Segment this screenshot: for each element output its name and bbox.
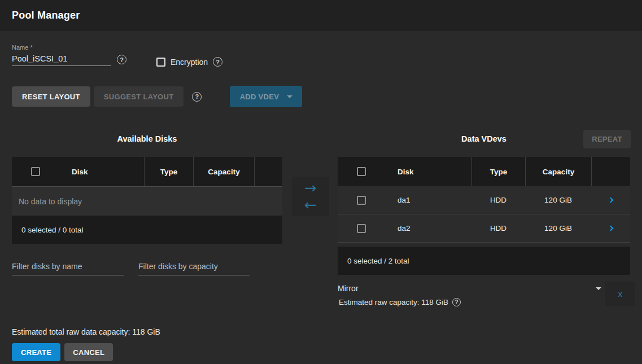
disk-type-cell: HDD: [471, 214, 525, 242]
move-right-arrow-icon[interactable]: →: [304, 180, 317, 196]
move-left-arrow-icon[interactable]: ←: [304, 197, 317, 213]
chevron-right-icon[interactable]: [608, 226, 614, 231]
title-bar: Pool Manager: [0, 0, 642, 31]
available-disks-title: Available Disks: [12, 134, 282, 143]
help-icon[interactable]: ?: [117, 55, 126, 64]
estimated-raw-capacity: Estimated raw capacity: 118 GiB ?: [339, 298, 461, 306]
chevron-down-icon: [596, 287, 601, 290]
column-header-capacity: Capacity: [193, 157, 254, 186]
disk-capacity-cell: 120 GiB: [525, 214, 591, 242]
pool-name-label: Name *: [12, 44, 126, 51]
table-row: da1 HDD 120 GiB: [338, 186, 630, 214]
pool-name-field: Name * ?: [12, 44, 126, 66]
row-checkbox[interactable]: [357, 224, 366, 233]
column-header-disk: Disk: [46, 157, 144, 186]
vdev-table-header: Disk Type Capacity: [338, 157, 630, 186]
vdev-layout-select[interactable]: Mirror: [338, 282, 601, 295]
column-header-type: Type: [471, 157, 525, 186]
disk-filters: [12, 261, 250, 275]
column-header-actions: [591, 157, 630, 186]
chevron-right-icon[interactable]: [608, 198, 614, 203]
suggest-layout-button[interactable]: SUGGEST LAYOUT: [94, 86, 184, 107]
disk-capacity-cell: 120 GiB: [525, 186, 591, 214]
column-header-disk: Disk: [372, 157, 471, 186]
disk-type-cell: HDD: [471, 186, 525, 214]
cancel-button[interactable]: CANCEL: [64, 343, 113, 361]
data-vdevs-table: Disk Type Capacity da1 HDD 120 GiB da2 H…: [338, 157, 630, 275]
estimated-raw-capacity-text: Estimated raw capacity: 118 GiB: [339, 298, 448, 306]
column-header-type: Type: [144, 157, 193, 186]
available-disks-table: Disk Type Capacity No data to display 0 …: [12, 157, 282, 244]
repeat-button[interactable]: REPEAT: [583, 130, 631, 148]
help-icon[interactable]: ?: [213, 57, 222, 67]
disk-transfer-controls: → ←: [292, 177, 329, 216]
add-vdev-label: ADD VDEV: [240, 93, 279, 101]
remove-vdev-button[interactable]: x: [605, 282, 635, 306]
help-icon[interactable]: ?: [452, 298, 461, 306]
reset-layout-button[interactable]: RESET LAYOUT: [12, 86, 90, 107]
chevron-down-icon: [287, 95, 292, 98]
layout-toolbar: RESET LAYOUT SUGGEST LAYOUT ? ADD VDEV: [12, 86, 302, 107]
pool-manager-page: Pool Manager Name * ? Encryption ? RESET…: [0, 0, 642, 364]
page-title: Pool Manager: [12, 10, 80, 21]
disk-name-cell: da2: [372, 214, 471, 242]
column-header-capacity: Capacity: [525, 157, 591, 186]
help-icon[interactable]: ?: [192, 92, 202, 102]
vdev-table-footer: 0 selected / 2 total: [338, 247, 630, 275]
disk-name-cell: da1: [372, 186, 471, 214]
add-vdev-button[interactable]: ADD VDEV: [230, 86, 302, 107]
row-checkbox[interactable]: [357, 196, 366, 205]
encryption-label: Encryption: [171, 58, 208, 67]
encryption-checkbox[interactable]: [156, 58, 165, 67]
select-all-checkbox[interactable]: [357, 167, 366, 176]
estimated-total-capacity: Estimated total raw data capacity: 118 G…: [12, 327, 160, 336]
form-actions: CREATE CANCEL: [12, 343, 113, 361]
select-all-checkbox[interactable]: [31, 167, 40, 176]
available-table-footer: 0 selected / 0 total: [12, 216, 282, 244]
no-data-row: No data to display: [12, 186, 282, 216]
column-header-actions: [254, 157, 282, 186]
filter-capacity-input[interactable]: [138, 261, 250, 275]
vdev-layout-value: Mirror: [338, 284, 359, 293]
encryption-field: Encryption ?: [156, 57, 222, 67]
create-button[interactable]: CREATE: [12, 343, 60, 361]
pool-name-input[interactable]: [12, 53, 111, 66]
table-row: da2 HDD 120 GiB: [338, 214, 630, 243]
available-table-header: Disk Type Capacity: [12, 157, 282, 186]
filter-name-input[interactable]: [12, 261, 124, 275]
